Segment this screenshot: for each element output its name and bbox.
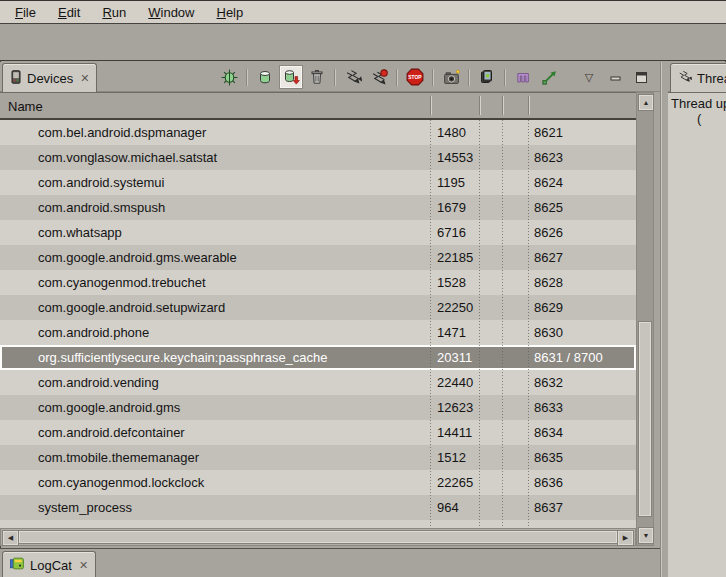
process-pid: 964	[437, 500, 459, 515]
stop-process-icon[interactable]: STOP	[403, 65, 427, 89]
tab-logcat[interactable]: LogCat ✕	[2, 551, 96, 577]
ddms-window: FileEditRunWindowHelp Devices ✕	[0, 0, 726, 577]
table-row[interactable]: com.tmobile.thememanager 1512 8635	[0, 445, 636, 470]
horizontal-scrollbar[interactable]: ◀ ▶	[0, 528, 636, 546]
debug-process-icon[interactable]	[217, 65, 241, 89]
table-row[interactable]: org.sufficientlysecure.keychain:passphra…	[0, 345, 636, 370]
process-pid: 22440	[437, 375, 473, 390]
toolbar-separator	[468, 69, 470, 86]
table-row[interactable]: com.android.phone 1471 8630	[0, 320, 636, 345]
table-row[interactable]: com.android.vending 22440 8632	[0, 370, 636, 395]
column-resize-handle[interactable]	[430, 96, 431, 115]
table-row[interactable]: com.android.defcontainer 14411 8634	[0, 420, 636, 445]
tab-threads[interactable]: Threads	[670, 63, 726, 92]
process-name: com.whatsapp	[38, 225, 122, 240]
process-port: 8627	[534, 250, 563, 265]
process-name: org.sufficientlysecure.keychain:passphra…	[38, 350, 328, 365]
process-port: 8624	[534, 175, 563, 190]
process-name: com.google.android.setupwizard	[38, 300, 225, 315]
process-name: com.cyanogenmod.trebuchet	[38, 275, 206, 290]
update-threads-icon[interactable]	[341, 65, 365, 89]
table-row[interactable]: com.google.android.setupwizard 22250 862…	[0, 295, 636, 320]
systrace-icon[interactable]	[537, 65, 561, 89]
menu-item[interactable]: Edit	[47, 3, 91, 22]
process-port: 8632	[534, 375, 563, 390]
column-resize-handle[interactable]	[528, 96, 529, 115]
column-resize-handle[interactable]	[479, 96, 480, 115]
process-pid: 1195	[437, 175, 465, 190]
process-pid: 1679	[437, 200, 466, 215]
process-name: com.google.android.gms.wearable	[38, 250, 237, 265]
table-row[interactable]: com.whatsapp 6716 8626	[0, 220, 636, 245]
table-row[interactable]: system_process 964 8637	[0, 495, 636, 520]
process-port: 8625	[534, 200, 563, 215]
tab-devices-label: Devices	[27, 71, 73, 86]
process-pid: 20311	[437, 350, 472, 365]
device-phone-icon	[10, 70, 22, 87]
toolbar-separator	[396, 69, 398, 86]
horizontal-scrollbar-thumb[interactable]	[18, 530, 618, 544]
menu-item[interactable]: Help	[205, 3, 254, 22]
process-pid: 1528	[437, 275, 466, 290]
process-pid: 14553	[437, 150, 473, 165]
menu-item[interactable]: Run	[91, 3, 137, 22]
dump-hprof-icon[interactable]	[279, 65, 303, 89]
table-row[interactable]: com.google.android.gms.wearable 22185 86…	[0, 245, 636, 270]
process-port: 8637	[534, 500, 563, 515]
column-resize-handle[interactable]	[502, 96, 503, 115]
minimize-icon[interactable]	[603, 65, 627, 89]
process-name: com.android.systemui	[38, 175, 164, 190]
process-port: 8621	[534, 125, 563, 140]
scroll-right-icon[interactable]: ▶	[617, 530, 634, 546]
tab-devices[interactable]: Devices ✕	[2, 63, 97, 92]
process-port: 8630	[534, 325, 563, 340]
tab-logcat-label: LogCat	[30, 558, 72, 573]
threads-panel: Threads Thread up (	[668, 62, 726, 577]
scroll-up-icon[interactable]: ▲	[638, 94, 654, 111]
threads-icon	[678, 70, 692, 87]
table-row[interactable]: com.bel.android.dspmanager 1480 8621	[0, 120, 636, 145]
table-row[interactable]: com.cyanogenmod.lockclock 22265 8636	[0, 470, 636, 495]
process-name: com.android.phone	[38, 325, 149, 340]
process-table: com.bel.android.dspmanager 1480 8621 com…	[0, 120, 636, 528]
scroll-down-icon[interactable]: ▼	[638, 527, 654, 544]
main-toolbar	[0, 24, 726, 61]
toolbar-separator	[432, 69, 434, 86]
toolbar-separator	[334, 69, 336, 86]
maximize-icon[interactable]	[629, 65, 653, 89]
menu-item[interactable]: Window	[137, 3, 205, 22]
process-name: system_process	[38, 500, 132, 515]
table-row[interactable]: com.cyanogenmod.trebuchet 1528 8628	[0, 270, 636, 295]
process-pid: 1512	[437, 450, 466, 465]
menu-item[interactable]: File	[4, 3, 47, 22]
threads-message-line1: Thread up	[671, 96, 726, 111]
process-pid: 22265	[437, 475, 473, 490]
table-row[interactable]: com.google.android.gms 12623 8633	[0, 395, 636, 420]
vertical-scrollbar-thumb[interactable]	[638, 321, 652, 517]
threads-message-line2: (	[671, 111, 726, 126]
table-row[interactable]: com.vonglasow.michael.satstat 14553 8623	[0, 145, 636, 170]
cause-gc-icon[interactable]	[305, 65, 329, 89]
dump-view-hierarchy-icon[interactable]	[511, 65, 535, 89]
column-header-name[interactable]: Name	[8, 99, 43, 114]
svg-text:STOP: STOP	[408, 75, 422, 80]
table-row[interactable]: com.android.systemui 1195 8624	[0, 170, 636, 195]
vertical-scrollbar[interactable]: ▲ ▼	[636, 92, 654, 546]
process-pid: 1480	[437, 125, 466, 140]
process-name: com.android.defcontainer	[38, 425, 185, 440]
process-pid: 22185	[437, 250, 473, 265]
scroll-left-icon[interactable]: ◀	[2, 530, 19, 546]
toolbar-separator	[246, 69, 248, 86]
start-method-profiling-icon[interactable]	[367, 65, 391, 89]
process-pid: 22250	[437, 300, 473, 315]
process-port: 8636	[534, 475, 563, 490]
update-heap-icon[interactable]	[253, 65, 277, 89]
process-name: com.android.smspush	[38, 200, 165, 215]
close-icon[interactable]: ✕	[78, 72, 89, 85]
view-menu-icon[interactable]: ▽	[577, 65, 601, 89]
screen-capture-icon[interactable]	[439, 65, 463, 89]
process-pid: 14411	[437, 425, 472, 440]
close-icon[interactable]: ✕	[77, 559, 88, 572]
device-view-icon[interactable]	[475, 65, 499, 89]
table-row[interactable]: com.android.smspush 1679 8625	[0, 195, 636, 220]
